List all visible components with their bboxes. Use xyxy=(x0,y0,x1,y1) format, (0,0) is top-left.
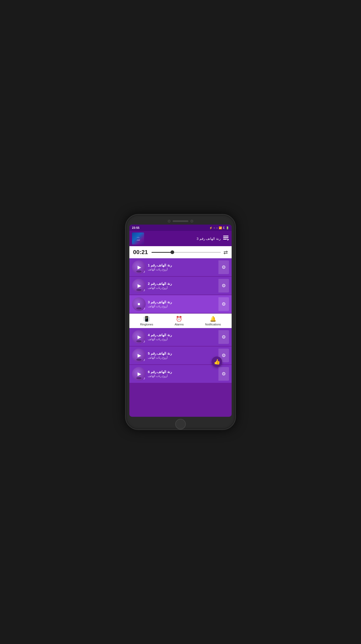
play-button-2[interactable]: ▶ ♪ xyxy=(132,279,146,293)
like-fab[interactable]: 👍 xyxy=(212,356,222,367)
play-button-3[interactable]: ■ ♪ xyxy=(132,297,146,311)
settings-button-6[interactable]: ⚙ xyxy=(218,367,229,381)
song-item[interactable]: ▶ ♪ رنة الهاتف رقم 4 أروع رنات الهاتف ⚙ xyxy=(129,328,232,346)
gear-icon-5: ⚙ xyxy=(222,353,226,358)
screen: 23:55 ⚡ ○ ○ 📶 E 🔋 xyxy=(129,225,232,417)
circle-icon-1: ○ xyxy=(213,226,215,229)
settings-button-1[interactable]: ⚙ xyxy=(218,260,229,274)
note-icon-4: ♪ xyxy=(143,339,145,343)
progress-thumb[interactable] xyxy=(170,250,174,254)
play-button-6[interactable]: ▶ ♪ xyxy=(132,367,146,381)
play-button-1[interactable]: ▶ ♪ xyxy=(132,260,146,274)
nav-item-notifications[interactable]: 🔔 Notifications xyxy=(205,316,221,326)
gear-icon-3: ⚙ xyxy=(222,301,226,307)
time-display: 00:21 xyxy=(133,249,149,256)
now-playing-title: رنة الهاتف رقم 3 xyxy=(146,237,221,241)
gear-icon-1: ⚙ xyxy=(222,264,226,270)
svg-text:رنات: رنات xyxy=(137,236,140,238)
ringtones-label: Ringtones xyxy=(140,323,153,326)
song-title-3: رنة الهاتف رقم 3 xyxy=(148,300,172,304)
svg-text:الهاتف: الهاتف xyxy=(136,239,140,241)
speaker xyxy=(173,220,188,222)
note-icon-6: ♪ xyxy=(143,376,145,380)
thumbs-up-icon: 👍 xyxy=(214,359,220,365)
flash-icon: ⚡ xyxy=(209,226,212,229)
now-playing-bar[interactable]: رنات الهاتف رنة الهاتف رقم 3 xyxy=(129,231,232,246)
note-icon-5: ♪ xyxy=(143,358,145,362)
svg-rect-5 xyxy=(223,239,227,240)
song-list: ▶ ♪ رنة الهاتف رقم 1 أروع رنات الهاتف ⚙ … xyxy=(129,258,232,417)
gear-icon-2: ⚙ xyxy=(222,283,226,289)
phone-bottom xyxy=(129,419,232,429)
song-item[interactable]: ▶ ♪ رنة الهاتف رقم 1 أروع رنات الهاتف ⚙ xyxy=(129,258,232,276)
status-icons: ⚡ ○ ○ 📶 E 🔋 xyxy=(209,226,229,229)
home-button[interactable] xyxy=(175,419,186,429)
song-info-5: رنة الهاتف رقم 5 أروع رنات الهاتف xyxy=(148,351,216,359)
play-icon-4: ▶ xyxy=(138,334,141,340)
song-subtitle-4: أروع رنات الهاتف xyxy=(148,338,168,341)
song-info-4: رنة الهاتف رقم 4 أروع رنات الهاتف xyxy=(148,333,216,341)
settings-button-4[interactable]: ⚙ xyxy=(218,330,229,344)
song-subtitle-2: أروع رنات الهاتف xyxy=(148,286,168,290)
notifications-label: Notifications xyxy=(205,323,221,326)
song-info-6: رنة الهاتف رقم 6 أروع رنات الهاتف xyxy=(148,370,216,378)
song-item-active[interactable]: ■ ♪ رنة الهاتف رقم 3 أروع رنات الهاتف ⚙ xyxy=(129,295,232,313)
play-button-4[interactable]: ▶ ♪ xyxy=(132,330,146,344)
status-time: 23:55 xyxy=(132,226,139,229)
battery-icon: 🔋 xyxy=(226,226,229,229)
queue-icon[interactable] xyxy=(223,235,229,242)
song-subtitle-1: أروع رنات الهاتف xyxy=(148,268,168,271)
alarms-icon: ⏰ xyxy=(176,316,182,322)
song-subtitle-6: أروع رنات الهاتف xyxy=(148,374,168,378)
gear-icon-6: ⚙ xyxy=(222,371,226,377)
progress-fill xyxy=(152,252,172,253)
nav-item-ringtones[interactable]: 📳 Ringtones xyxy=(140,316,153,326)
play-icon-1: ▶ xyxy=(138,264,141,270)
front-camera xyxy=(168,220,170,222)
progress-track[interactable] xyxy=(152,252,221,253)
settings-button-3[interactable]: ⚙ xyxy=(218,297,229,311)
network-type: E xyxy=(223,226,225,229)
song-info-3: رنة الهاتف رقم 3 أروع رنات الهاتف xyxy=(148,300,216,308)
song-info-1: رنة الهاتف رقم 1 أروع رنات الهاتف xyxy=(148,263,216,271)
status-bar: 23:55 ⚡ ○ ○ 📶 E 🔋 xyxy=(129,225,232,231)
notifications-icon: 🔔 xyxy=(210,316,216,322)
song-item[interactable]: ▶ ♪ رنة الهاتف رقم 5 أروع رنات الهاتف ⚙ … xyxy=(129,346,232,364)
svg-marker-6 xyxy=(227,239,229,241)
gear-icon-4: ⚙ xyxy=(222,334,226,340)
play-icon-6: ▶ xyxy=(138,371,141,377)
alarms-label: Alarms xyxy=(175,323,184,326)
song-item[interactable]: ▶ ♪ رنة الهاتف رقم 6 أروع رنات الهاتف ⚙ xyxy=(129,365,232,383)
song-title-1: رنة الهاتف رقم 1 xyxy=(148,263,172,267)
sensor xyxy=(191,220,193,222)
bottom-navigation: 📳 Ringtones ⏰ Alarms 🔔 Notifications xyxy=(129,314,232,328)
nav-item-alarms[interactable]: ⏰ Alarms xyxy=(175,316,184,326)
play-icon-5: ▶ xyxy=(138,353,141,358)
song-title-2: رنة الهاتف رقم 2 xyxy=(148,282,172,286)
play-icon-2: ▶ xyxy=(138,283,141,289)
song-subtitle-5: أروع رنات الهاتف xyxy=(148,356,168,359)
svg-rect-0 xyxy=(132,232,144,245)
stop-icon-3: ■ xyxy=(138,302,140,306)
svg-rect-4 xyxy=(223,237,228,238)
note-icon-2: ♪ xyxy=(143,288,145,292)
signal-icon: 📶 xyxy=(219,226,222,229)
song-title-4: رنة الهاتف رقم 4 xyxy=(148,333,172,337)
settings-button-2[interactable]: ⚙ xyxy=(218,279,229,293)
song-title-6: رنة الهاتف رقم 6 xyxy=(148,370,172,374)
repeat-icon[interactable]: ⇄ xyxy=(223,249,228,255)
song-title-5: رنة الهاتف رقم 5 xyxy=(148,351,172,355)
svg-rect-3 xyxy=(223,236,228,236)
progress-section[interactable]: 00:21 ⇄ xyxy=(129,246,232,258)
circle-icon-2: ○ xyxy=(216,226,218,229)
phone-frame: 23:55 ⚡ ○ ○ 📶 E 🔋 xyxy=(125,214,236,430)
note-icon-1: ♪ xyxy=(143,269,145,274)
song-item[interactable]: ▶ ♪ رنة الهاتف رقم 2 أروع رنات الهاتف ⚙ xyxy=(129,277,232,295)
track-thumbnail: رنات الهاتف xyxy=(132,232,144,245)
song-subtitle-3: أروع رنات الهاتف xyxy=(148,305,168,308)
play-button-5[interactable]: ▶ ♪ xyxy=(132,349,146,362)
song-info-2: رنة الهاتف رقم 2 أروع رنات الهاتف xyxy=(148,282,216,290)
phone-top xyxy=(129,220,232,222)
ringtones-icon: 📳 xyxy=(143,316,150,322)
note-icon-3: ♪ xyxy=(143,306,145,310)
